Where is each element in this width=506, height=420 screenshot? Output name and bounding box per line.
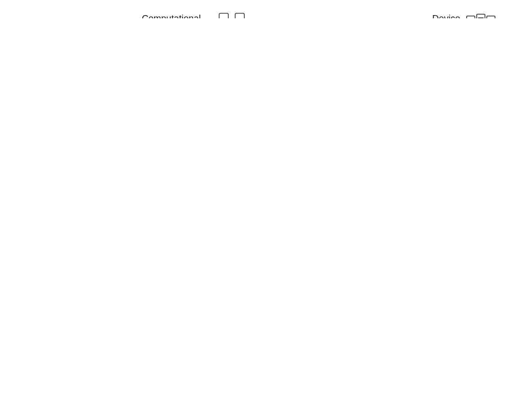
top-inputs-row: Computational Graph Device Cluster (142, 11, 497, 18)
device-cluster-label: Device Cluster (431, 13, 460, 18)
svg-rect-9 (467, 16, 475, 18)
computational-graph-item: Computational Graph (142, 12, 249, 18)
server-cluster-icon (465, 11, 497, 18)
svg-rect-11 (487, 16, 495, 18)
device-cluster-item: Device Cluster (431, 11, 497, 18)
computational-graph-label: Computational Graph (142, 13, 201, 18)
svg-rect-0 (219, 13, 228, 18)
computational-graph-icon (205, 12, 249, 18)
svg-rect-1 (235, 13, 244, 18)
